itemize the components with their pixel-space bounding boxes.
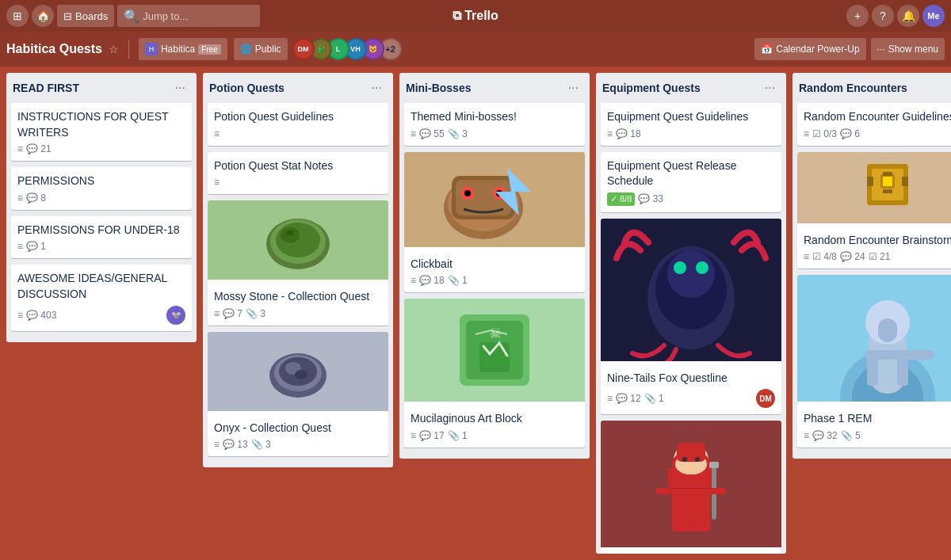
card-meta-mucilaginous: ≡💬 17📎 1: [411, 430, 579, 441]
board-nav: Habitica Quests ☆ H Habitica Free 🌐 Publ…: [0, 32, 951, 67]
card-comments-equipment-guidelines: 💬 18: [616, 128, 641, 139]
workspace-chip[interactable]: H Habitica Free: [139, 38, 227, 60]
card-description-icon-phase1-rem: ≡: [804, 430, 809, 441]
card-potion-stat-notes[interactable]: Potion Quest Stat Notes≡: [208, 152, 388, 195]
column-equipment-quests: Equipment Quests···Equipment Quest Guide…: [596, 73, 786, 554]
svg-rect-52: [883, 189, 892, 193]
notifications-button[interactable]: 🔔: [897, 5, 919, 27]
card-content-mossy-stone: Mossy Stone - Collection Quest≡💬 7📎 3: [208, 283, 388, 326]
card-title-potion-guidelines: Potion Quest Guidelines: [214, 109, 382, 125]
column-title-read-first: READ FIRST: [13, 82, 79, 94]
card-themed-minibosses[interactable]: Themed Mini-bosses!≡💬 55📎 3: [404, 103, 585, 146]
nav-right: + ? 🔔 Me: [846, 5, 945, 27]
board: READ FIRST···INSTRUCTIONS FOR QUEST WRIT…: [0, 67, 951, 560]
card-attachments-themed-minibosses: 📎 3: [448, 128, 468, 139]
card-phase1-rem[interactable]: Phase 1 REM≡💬 32📎 5: [797, 275, 951, 448]
card-image-mucilaginous: ☠: [404, 299, 585, 405]
card-title-instructions: INSTRUCTIONS FOR QUEST WRITERS: [17, 109, 185, 140]
card-awesome-ideas[interactable]: AWESOME IDEAS/GENERAL DISCUSSION≡💬 403🐭: [11, 265, 192, 330]
nav-divider: [128, 40, 129, 59]
card-description-icon-themed-minibosses: ≡: [411, 128, 416, 139]
calendar-icon: 📅: [761, 44, 773, 55]
search-box[interactable]: 🔍: [117, 5, 260, 27]
column-menu-equipment-quests[interactable]: ···: [760, 79, 780, 97]
card-description-icon-nine-tails: ≡: [607, 393, 613, 404]
card-attachments-nine-tails: 📎 1: [644, 393, 664, 404]
card-title-random-guidelines: Random Encounter Guidelines: [804, 109, 951, 125]
column-title-random-encounters: Random Encounters: [799, 82, 907, 94]
card-description-icon-instructions: ≡: [17, 143, 23, 154]
card-assignee-nine-tails[interactable]: DM: [756, 389, 775, 408]
card-title-equipment-release: Equipment Quest Release Schedule: [607, 158, 775, 189]
card-samurai-armor[interactable]: Samurai Armor Questline: [601, 421, 781, 554]
svg-point-3: [276, 223, 320, 257]
column-menu-mini-bosses[interactable]: ···: [563, 79, 583, 97]
card-content-themed-minibosses: Themed Mini-bosses!≡💬 55📎 3: [404, 103, 585, 146]
search-input[interactable]: [143, 10, 246, 22]
card-attachments-mossy-stone: 📎 3: [246, 308, 265, 319]
cards-container-potion-quests: Potion Quest Guidelines≡Potion Quest Sta…: [203, 100, 393, 467]
info-button[interactable]: ?: [872, 5, 894, 27]
card-random-brainstorming[interactable]: Random Encounter Brainstorming≡☑ 4/8💬 24…: [797, 152, 951, 269]
home-icon-button[interactable]: 🏠: [32, 5, 54, 27]
board-title[interactable]: Habitica Quests: [6, 42, 102, 56]
svg-point-31: [674, 261, 686, 274]
card-random-guidelines[interactable]: Random Encounter Guidelines≡☑ 0/3💬 6: [797, 103, 951, 146]
card-permissions[interactable]: PERMISSIONS≡💬 8: [11, 167, 192, 210]
card-content-random-guidelines: Random Encounter Guidelines≡☑ 0/3💬 6: [797, 103, 951, 146]
svg-rect-45: [710, 488, 726, 494]
column-menu-read-first[interactable]: ···: [170, 79, 190, 97]
member-avatars: DM 🐉 L VH 🐱 +2: [297, 38, 402, 60]
card-instructions[interactable]: INSTRUCTIONS FOR QUEST WRITERS≡💬 21: [11, 103, 192, 161]
card-description-icon-potion-stat-notes: ≡: [214, 177, 220, 188]
svg-rect-5: [287, 230, 293, 235]
svg-point-41: [695, 457, 700, 462]
card-image-phase1-rem: [797, 275, 951, 405]
card-comments-mucilaginous: 💬 17: [419, 430, 445, 441]
card-equipment-release[interactable]: Equipment Quest Release Schedule✓ 8/8💬 3…: [601, 152, 781, 212]
calendar-power-up-button[interactable]: 📅 Calendar Power-Up: [754, 38, 865, 60]
card-comments-phase1-rem: 💬 32: [812, 430, 838, 441]
card-permissions-under-18[interactable]: PERMISSIONS FOR UNDER-18≡💬 1: [11, 216, 192, 259]
card-content-permissions-under-18: PERMISSIONS FOR UNDER-18≡💬 1: [11, 216, 192, 259]
card-description-icon-clickbait: ≡: [411, 275, 416, 286]
card-description-icon-random-brainstorming: ≡: [804, 251, 809, 262]
card-onyx[interactable]: Onyx - Collection Quest≡💬 13📎 3: [208, 332, 388, 457]
home-button[interactable]: ⊞: [6, 5, 29, 27]
add-button[interactable]: +: [846, 5, 869, 27]
member-avatar-dm[interactable]: DM: [292, 38, 315, 60]
card-meta-equipment-guidelines: ≡💬 18: [607, 128, 775, 139]
trello-text: Trello: [464, 9, 498, 23]
card-description-icon-random-guidelines: ≡: [804, 128, 809, 139]
card-comments-random-brainstorming: 💬 24: [840, 251, 865, 262]
column-read-first: READ FIRST···INSTRUCTIONS FOR QUEST WRIT…: [6, 73, 197, 342]
card-nine-tails[interactable]: Nine-Tails Fox Questline≡💬 12📎 1DM: [601, 219, 781, 415]
card-comments-instructions: 💬 21: [26, 143, 52, 154]
star-button[interactable]: ☆: [109, 43, 119, 55]
card-content-random-brainstorming: Random Encounter Brainstorming≡☑ 4/8💬 24…: [797, 227, 951, 269]
svg-rect-39: [677, 443, 705, 462]
column-header-read-first: READ FIRST···: [6, 73, 197, 100]
visibility-chip[interactable]: 🌐 Public: [234, 38, 288, 60]
card-potion-guidelines[interactable]: Potion Quest Guidelines≡: [208, 103, 388, 146]
boards-button[interactable]: ⊟ Boards: [57, 5, 114, 27]
column-mini-bosses: Mini-Bosses···Themed Mini-bosses!≡💬 55📎 …: [399, 73, 590, 459]
card-mucilaginous[interactable]: ☠ Mucilaginous Art Block≡💬 17📎 1: [404, 299, 585, 448]
card-equipment-guidelines[interactable]: Equipment Quest Guidelines≡💬 18: [601, 103, 781, 146]
card-meta-random-brainstorming: ≡☑ 4/8💬 24☑ 21: [804, 251, 951, 262]
card-title-mossy-stone: Mossy Stone - Collection Quest: [214, 289, 382, 305]
column-menu-potion-quests[interactable]: ···: [367, 79, 387, 97]
card-clickbait[interactable]: Clickbait≡💬 18📎 1: [404, 152, 585, 293]
cards-container-random-encounters: Random Encounter Guidelines≡☑ 0/3💬 6 Ran…: [792, 100, 951, 459]
board-nav-right: 📅 Calendar Power-Up ··· Show menu: [754, 38, 945, 60]
user-avatar[interactable]: Me: [922, 5, 945, 27]
card-meta-potion-stat-notes: ≡: [214, 177, 382, 188]
card-comments-awesome-ideas: 💬 403: [26, 310, 56, 321]
card-description-icon-permissions: ≡: [17, 192, 23, 204]
svg-rect-51: [883, 172, 892, 176]
card-mossy-stone[interactable]: Mossy Stone - Collection Quest≡💬 7📎 3: [208, 200, 388, 326]
visibility-label: Public: [255, 44, 281, 55]
card-image-onyx: [208, 332, 388, 414]
card-meta-random-guidelines: ≡☑ 0/3💬 6: [804, 128, 951, 139]
show-menu-button[interactable]: ··· Show menu: [871, 38, 945, 60]
